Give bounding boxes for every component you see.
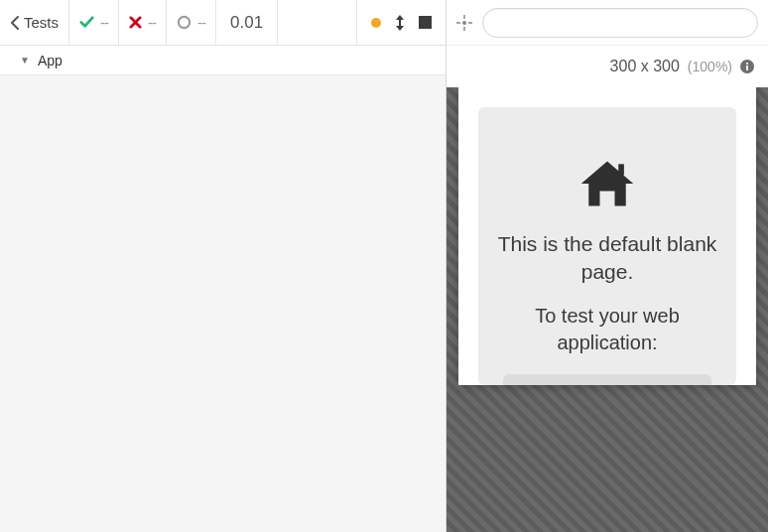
duration: 0.01 [216,0,278,45]
svg-rect-5 [618,164,624,175]
back-to-tests-button[interactable]: Tests [0,0,69,45]
caret-down-icon: ▼ [20,55,30,66]
check-icon [79,15,94,30]
chevron-left-icon [10,16,20,30]
duration-value: 0.01 [230,13,263,33]
circle-icon [177,15,192,30]
viewport-dimensions: 300 x 300 [610,58,680,75]
home-icon [577,157,637,210]
failed-value: -- [148,14,156,31]
back-label: Tests [24,14,59,31]
svg-point-0 [179,17,190,28]
toolbar-spacer [278,0,356,45]
stop-button[interactable] [419,16,432,29]
run-controls [356,0,446,45]
failed-count: -- [119,0,167,45]
hint-placeholder [503,374,711,385]
left-panel: Tests -- -- -- 0.01 ▼ App [0,0,447,532]
status-indicator-icon [371,18,381,28]
top-toolbar: Tests -- -- -- 0.01 [0,0,446,46]
preview-area: This is the default blank page. To test … [447,87,768,532]
default-page-card: This is the default blank page. To test … [478,107,736,385]
info-icon[interactable] [740,60,754,73]
passed-count: -- [69,0,119,45]
url-input[interactable] [482,8,758,38]
viewport-info: 300 x 300 (100%) [447,46,768,87]
resize-vertical-icon[interactable] [395,15,405,31]
url-bar [447,0,768,46]
default-page-line1: This is the default blank page. [496,230,718,287]
svg-point-1 [462,21,466,25]
pending-value: -- [197,14,205,31]
app-preview-frame: This is the default blank page. To test … [458,87,756,385]
passed-value: -- [100,14,108,31]
spec-row[interactable]: ▼ App [0,46,446,75]
pending-count: -- [167,0,216,45]
svg-rect-3 [746,66,748,70]
svg-point-4 [746,63,748,65]
spec-title: App [38,53,63,68]
selector-target-icon[interactable] [456,15,472,31]
x-icon [129,16,142,29]
viewport-zoom: (100%) [688,59,732,74]
right-panel: 300 x 300 (100%) This is the default bla… [447,0,768,532]
default-page-line2: To test your web application: [496,303,718,356]
